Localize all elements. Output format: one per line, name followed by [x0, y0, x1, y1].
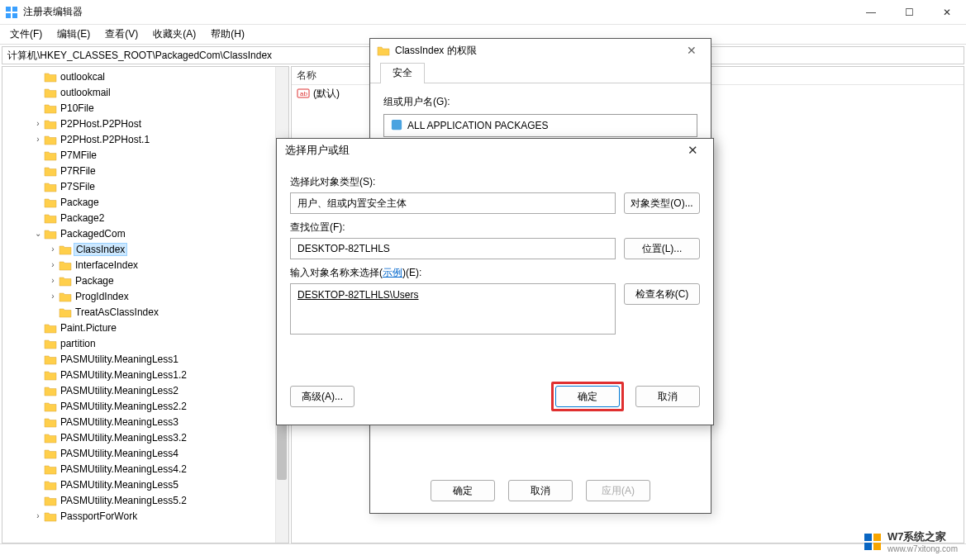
tree-item[interactable]: ›PassportForWork [2, 508, 288, 524]
tree-item[interactable]: ›ProgIdIndex [2, 288, 288, 304]
maximize-button[interactable]: ☐ [890, 0, 928, 25]
locations-button[interactable]: 位置(L)... [624, 238, 700, 259]
tree-item[interactable]: PASMUtility.MeaningLess4 [2, 445, 288, 461]
tree-item[interactable]: PASMUtility.MeaningLess3 [2, 414, 288, 429]
object-type-label: 选择此对象类型(S): [290, 175, 700, 189]
expander-icon[interactable]: › [47, 260, 59, 269]
tree-item[interactable]: PASMUtility.MeaningLess1.2 [2, 367, 288, 382]
minimize-button[interactable]: — [852, 0, 890, 25]
svg-rect-10 [873, 543, 881, 550]
expander-icon[interactable]: › [47, 292, 59, 301]
watermark-url: www.w7xitong.com [887, 544, 958, 553]
expander-icon[interactable]: › [47, 244, 59, 254]
tree-item[interactable]: Package [2, 194, 288, 210]
tree-item-label: ClassIndex [74, 243, 127, 256]
folder-icon [44, 102, 57, 114]
tree-item[interactable]: PASMUtility.MeaningLess2.2 [2, 398, 288, 414]
permissions-close-button[interactable]: ✕ [679, 44, 704, 57]
object-names-input[interactable]: DESKTOP-82TLHLS\Users [290, 283, 616, 335]
tree-item[interactable]: ›P2PHost.P2PHost.1 [2, 131, 288, 147]
folder-icon [44, 385, 57, 396]
select-dialog-title: 选择用户或组 [285, 143, 350, 158]
tree-item[interactable]: PASMUtility.MeaningLess5.2 [2, 492, 288, 508]
menu-file[interactable]: 文件(F) [3, 26, 49, 43]
select-user-group-dialog: 选择用户或组 ✕ 选择此对象类型(S): 用户、组或内置安全主体 对象类型(O)… [276, 138, 714, 425]
tree-item-label: PASMUtility.MeaningLess4.2 [59, 463, 188, 475]
folder-icon [44, 416, 57, 428]
tree-item-label: PassportForWork [59, 510, 139, 522]
tree-item[interactable]: P10File [2, 100, 288, 116]
window-title: 注册表编辑器 [23, 5, 852, 19]
permissions-apply-button[interactable]: 应用(A) [586, 480, 650, 501]
tab-security[interactable]: 安全 [380, 63, 425, 83]
tree-item[interactable]: PASMUtility.MeaningLess5 [2, 477, 288, 492]
permissions-cancel-button[interactable]: 取消 [508, 480, 573, 501]
tree-item[interactable]: outlookmail [2, 84, 288, 100]
group-users-listbox[interactable]: ALL APPLICATION PACKAGES [383, 114, 697, 137]
check-names-button[interactable]: 检查名称(C) [624, 283, 700, 305]
expander-icon[interactable]: › [32, 511, 44, 520]
tree-item[interactable]: P7MFile [2, 147, 288, 163]
svg-rect-8 [873, 534, 881, 541]
location-field: DESKTOP-82TLHLS [290, 238, 616, 259]
tree-item-label: P7MFile [59, 149, 98, 161]
tree-item-label: outlookcal [59, 71, 107, 83]
tree-item-label: PackagedCom [59, 228, 127, 240]
tree-item[interactable]: ›InterfaceIndex [2, 257, 288, 273]
tree-item[interactable]: PASMUtility.MeaningLess4.2 [2, 461, 288, 477]
address-path: 计算机\HKEY_CLASSES_ROOT\PackagedCom\ClassI… [7, 49, 272, 63]
examples-link[interactable]: 示例 [383, 267, 402, 278]
folder-icon [44, 212, 57, 224]
folder-icon [44, 401, 57, 412]
tree-item[interactable]: partition [2, 335, 288, 351]
ok-highlight: 确定 [551, 382, 624, 411]
tree-item[interactable]: ›ClassIndex [2, 241, 288, 257]
expander-icon[interactable]: › [32, 135, 44, 144]
tree-item[interactable]: ⌄PackagedCom [2, 225, 288, 241]
tree-item-label: PASMUtility.MeaningLess2 [59, 385, 180, 396]
advanced-button[interactable]: 高级(A)... [290, 386, 355, 407]
tree-item[interactable]: Paint.Picture [2, 320, 288, 335]
tree-item[interactable]: PASMUtility.MeaningLess3.2 [2, 429, 288, 445]
menu-help[interactable]: 帮助(H) [204, 26, 251, 43]
tree-item-label: Package2 [59, 212, 106, 224]
tree-item-label: P2PHost.P2PHost [59, 118, 143, 130]
folder-icon [44, 510, 57, 522]
tree-item[interactable]: outlookcal [2, 69, 288, 84]
svg-rect-3 [12, 13, 17, 18]
tree-item[interactable]: P7SFile [2, 178, 288, 194]
close-button[interactable]: ✕ [928, 0, 966, 25]
svg-rect-9 [864, 543, 872, 550]
folder-icon [59, 259, 72, 271]
group-users-label: 组或用户名(G): [383, 95, 697, 109]
tree-pane[interactable]: outlookcaloutlookmailP10File›P2PHost.P2P… [2, 66, 289, 543]
tree-item[interactable]: Package2 [2, 210, 288, 225]
object-types-button[interactable]: 对象类型(O)... [624, 192, 700, 214]
statusbar [0, 543, 966, 560]
watermark: W7系统之家 www.w7xitong.com [863, 529, 958, 553]
tree-item[interactable]: PASMUtility.MeaningLess2 [2, 382, 288, 398]
select-close-button[interactable]: ✕ [680, 143, 705, 158]
folder-icon [44, 87, 57, 98]
menu-view[interactable]: 查看(V) [98, 26, 145, 43]
expander-icon[interactable]: ⌄ [32, 229, 44, 238]
tree-item[interactable]: PASMUtility.MeaningLess1 [2, 351, 288, 367]
menu-favorites[interactable]: 收藏夹(A) [146, 26, 202, 43]
tree-item[interactable]: TreatAsClassIndex [2, 304, 288, 320]
menu-edit[interactable]: 编辑(E) [50, 26, 97, 43]
expander-icon[interactable]: › [32, 119, 44, 128]
folder-icon [44, 118, 57, 130]
folder-icon [59, 244, 72, 255]
object-type-field: 用户、组或内置安全主体 [290, 192, 616, 214]
permissions-ok-button[interactable]: 确定 [431, 480, 495, 501]
tree-item[interactable]: P7RFile [2, 163, 288, 178]
select-ok-button[interactable]: 确定 [555, 386, 620, 407]
tree-item[interactable]: ›P2PHost.P2PHost [2, 116, 288, 131]
tree-item-label: InterfaceIndex [74, 259, 140, 271]
expander-icon[interactable]: › [47, 276, 59, 285]
tree-item-label: outlookmail [59, 87, 112, 98]
tree-item-label: TreatAsClassIndex [74, 306, 160, 318]
tree-item-label: Paint.Picture [59, 322, 118, 334]
tree-item[interactable]: ›Package [2, 273, 288, 288]
select-cancel-button[interactable]: 取消 [635, 386, 700, 407]
